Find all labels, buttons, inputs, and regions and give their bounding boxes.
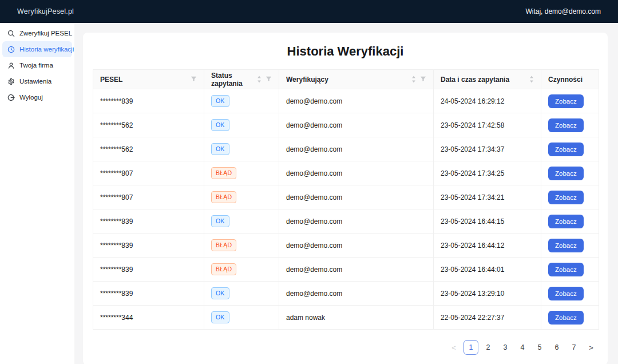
- pagination-page-3[interactable]: 3: [498, 340, 513, 355]
- table-row: ********562OKdemo@demo.com23-05-2024 17:…: [93, 137, 599, 161]
- status-cell: OK: [204, 306, 279, 330]
- sidebar-item-label: Twoja firma: [19, 62, 53, 69]
- topbar: WeryfikujPesel.pl Witaj, demo@demo.com: [0, 0, 618, 23]
- verifier-cell: demo@demo.com: [279, 185, 434, 209]
- logout-icon: [7, 94, 15, 101]
- sidebar-item-historia-weryfikacji[interactable]: Historia weryfikacji: [2, 41, 72, 57]
- actions-cell: Zobacz: [541, 113, 599, 137]
- column-header-data-i-czas-zapytania[interactable]: Data i czas zapytania: [434, 70, 541, 89]
- verifier-cell: demo@demo.com: [279, 234, 434, 258]
- datetime-cell: 23-05-2024 16:44:01: [434, 258, 541, 282]
- table-row: ********839OKdemo@demo.com23-05-2024 16:…: [93, 209, 599, 234]
- sidebar-item-label: Ustawienia: [19, 78, 52, 85]
- table-row: ********839OKdemo@demo.com23-05-2024 13:…: [93, 282, 599, 306]
- datetime-cell: 23-05-2024 17:42:58: [434, 113, 541, 137]
- view-button[interactable]: Zobacz: [548, 167, 584, 180]
- sidebar-item-twoja-firma[interactable]: Twoja firma: [2, 57, 72, 73]
- user-greeting: Witaj, demo@demo.com: [525, 7, 601, 15]
- pesel-cell: ********839: [93, 209, 204, 234]
- page-title: Historia Weryfikacji: [93, 44, 598, 59]
- verifier-cell: adam nowak: [279, 306, 434, 330]
- status-badge: OK: [211, 143, 229, 155]
- pagination: <1234567>: [93, 340, 599, 355]
- pesel-cell: ********839: [93, 89, 204, 113]
- table-row: ********839BŁĄDdemo@demo.com23-05-2024 1…: [93, 234, 599, 258]
- view-button[interactable]: Zobacz: [548, 239, 584, 252]
- pagination-page-6[interactable]: 6: [549, 340, 564, 355]
- actions-cell: Zobacz: [541, 185, 599, 209]
- filter-icon[interactable]: [420, 76, 426, 82]
- sort-icon[interactable]: [529, 76, 534, 83]
- view-button[interactable]: Zobacz: [548, 143, 584, 156]
- actions-cell: Zobacz: [541, 137, 599, 161]
- search-icon: [7, 30, 15, 37]
- pagination-page-2[interactable]: 2: [481, 340, 496, 355]
- history-icon: [7, 46, 15, 53]
- table-row: ********839BŁĄDdemo@demo.com23-05-2024 1…: [93, 258, 599, 282]
- pesel-cell: ********839: [93, 282, 204, 306]
- filter-icon[interactable]: [266, 76, 272, 82]
- verifier-cell: demo@demo.com: [279, 89, 434, 113]
- actions-cell: Zobacz: [541, 306, 599, 330]
- column-header-icons: [529, 76, 534, 83]
- column-label: Status zapytania: [211, 72, 253, 88]
- view-button[interactable]: Zobacz: [548, 215, 584, 228]
- status-cell: BŁĄD: [204, 258, 279, 282]
- settings-icon: [7, 78, 15, 85]
- view-button[interactable]: Zobacz: [548, 311, 584, 325]
- status-badge: OK: [211, 215, 229, 227]
- filter-icon[interactable]: [191, 76, 197, 82]
- column-header-czynnosci: Czynności: [541, 70, 599, 89]
- status-cell: BŁĄD: [204, 161, 279, 185]
- sidebar-item-zweryfikuj-pesel[interactable]: Zweryfikuj PESEL: [2, 25, 72, 41]
- company-icon: [7, 62, 15, 69]
- actions-cell: Zobacz: [541, 209, 599, 234]
- pagination-page-7[interactable]: 7: [566, 340, 581, 355]
- status-cell: OK: [204, 113, 279, 137]
- status-badge: OK: [211, 95, 229, 107]
- verifier-cell: demo@demo.com: [279, 137, 434, 161]
- actions-cell: Zobacz: [541, 89, 599, 113]
- verifier-cell: demo@demo.com: [279, 282, 434, 306]
- pagination-next[interactable]: >: [584, 340, 599, 355]
- status-badge: BŁĄD: [211, 239, 236, 251]
- datetime-cell: 23-05-2024 17:34:25: [434, 161, 541, 185]
- history-card: Historia Weryfikacji PESELStatus zapytan…: [83, 33, 608, 364]
- sort-icon[interactable]: [257, 76, 262, 83]
- view-button[interactable]: Zobacz: [548, 263, 584, 276]
- main-content: Historia Weryfikacji PESELStatus zapytan…: [74, 23, 618, 364]
- table-header-row: PESELStatus zapytaniaWeryfikującyData i …: [93, 70, 599, 89]
- datetime-cell: 23-05-2024 13:29:10: [434, 282, 541, 306]
- datetime-cell: 23-05-2024 17:34:21: [434, 185, 541, 209]
- column-header-weryfikuja-cy[interactable]: Weryfikujący: [279, 70, 434, 89]
- view-button[interactable]: Zobacz: [548, 118, 584, 132]
- history-table: PESELStatus zapytaniaWeryfikującyData i …: [93, 69, 599, 330]
- pesel-cell: ********562: [93, 137, 204, 161]
- table-row: ********807BŁĄDdemo@demo.com23-05-2024 1…: [93, 185, 599, 209]
- pagination-page-1[interactable]: 1: [464, 340, 478, 355]
- status-badge: BŁĄD: [211, 167, 236, 179]
- pagination-prev[interactable]: <: [446, 340, 461, 355]
- status-badge: BŁĄD: [211, 191, 236, 203]
- pesel-cell: ********807: [93, 185, 204, 209]
- sidebar-item-label: Historia weryfikacji: [19, 46, 74, 53]
- sidebar-item-wyloguj[interactable]: Wyloguj: [2, 89, 72, 105]
- view-button[interactable]: Zobacz: [548, 94, 584, 108]
- brand-logo[interactable]: WeryfikujPesel.pl: [17, 7, 74, 15]
- sidebar: Zweryfikuj PESELHistoria weryfikacjiTwoj…: [0, 23, 74, 364]
- status-cell: BŁĄD: [204, 185, 279, 209]
- verifier-cell: demo@demo.com: [279, 209, 434, 234]
- pagination-page-5[interactable]: 5: [532, 340, 547, 355]
- datetime-cell: 22-05-2024 22:27:37: [434, 306, 541, 330]
- status-badge: OK: [211, 119, 229, 131]
- table-row: ********807BŁĄDdemo@demo.com23-05-2024 1…: [93, 161, 599, 185]
- view-button[interactable]: Zobacz: [548, 287, 584, 300]
- view-button[interactable]: Zobacz: [548, 191, 584, 204]
- pagination-page-4[interactable]: 4: [515, 340, 530, 355]
- column-label: PESEL: [100, 76, 122, 84]
- status-badge: OK: [211, 311, 229, 323]
- pesel-cell: ********344: [93, 306, 204, 330]
- sort-icon[interactable]: [411, 76, 416, 83]
- column-header-status-zapytania[interactable]: Status zapytania: [204, 70, 279, 89]
- sidebar-item-ustawienia[interactable]: Ustawienia: [2, 73, 72, 89]
